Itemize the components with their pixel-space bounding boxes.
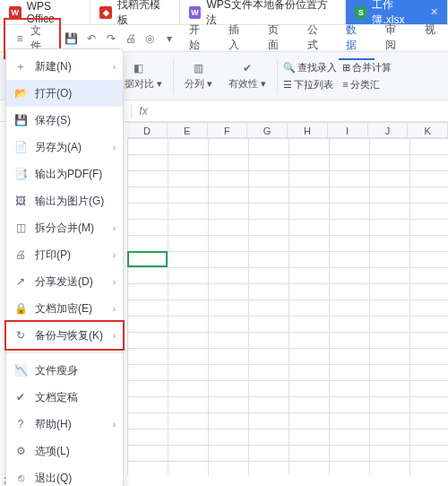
ribbon-tab-formula[interactable]: 公式: [300, 17, 336, 60]
tab-templates[interactable]: ◆ 找稻壳模板: [90, 0, 179, 24]
dropdown-list-label: 下拉列表: [294, 78, 333, 91]
save-quick-icon[interactable]: 💾: [65, 31, 79, 46]
fx-icon[interactable]: fx: [135, 105, 151, 117]
ribbon-tab-page[interactable]: 页面: [261, 17, 297, 60]
file-menu-dropdown: ＋新建(N)›📂打开(O)💾保存(S)📄另存为(A)›📑输出为PDF(F)🖼输出…: [5, 48, 124, 486]
merge-calc-button[interactable]: ⊞合并计算: [342, 61, 392, 74]
file-menu-item[interactable]: ↻备份与恢复(K)›: [6, 322, 123, 349]
separator: [277, 58, 278, 94]
file-menu-item[interactable]: 📉文件瘦身: [6, 357, 123, 384]
col-header[interactable]: K: [408, 123, 448, 137]
ribbon-tab-data[interactable]: 数据: [339, 17, 375, 60]
pdf-icon: 📑: [13, 168, 28, 180]
col-header[interactable]: F: [208, 123, 248, 137]
merge-icon: ⊞: [342, 62, 350, 74]
ribbon-find-col: 🔍查找录入 ☰下拉列表: [283, 61, 337, 91]
menu-item-label: 输出为图片(G): [35, 194, 116, 209]
preview-icon[interactable]: ◎: [142, 31, 157, 46]
more-quick-icon[interactable]: ▾: [162, 31, 177, 46]
chevron-right-icon: ›: [113, 250, 116, 260]
dropdown-icon: ☰: [283, 79, 292, 91]
ribbon-tab-view[interactable]: 视: [418, 17, 443, 60]
category-icon: ≡: [342, 79, 348, 90]
chevron-right-icon: ›: [113, 420, 116, 430]
menu-item-label: 打印(P): [35, 247, 106, 263]
help-icon: ?: [13, 418, 28, 430]
col-header[interactable]: J: [368, 123, 409, 137]
menu-item-label: 新建(N): [35, 59, 106, 74]
file-menu-item[interactable]: ◫拆分合并(M)›: [6, 214, 123, 241]
menu-item-label: 输出为PDF(F): [35, 167, 116, 182]
new-icon: ＋: [13, 59, 28, 74]
menu-item-label: 打开(O): [35, 86, 116, 101]
file-menu-item[interactable]: 🖨打印(P)›: [6, 241, 123, 268]
category-hint-label: 分类汇: [350, 78, 380, 91]
share-icon: ↗: [13, 275, 28, 288]
ribbon-split-group[interactable]: ▥ 分列 ▾: [179, 61, 218, 91]
file-menu-item[interactable]: ⚙选项(L): [6, 438, 123, 464]
ribbon-merge-col: ⊞合并计算 ≡分类汇: [342, 61, 392, 91]
category-hint-button[interactable]: ≡分类汇: [342, 78, 392, 91]
wps-logo-icon: W: [9, 6, 22, 19]
validity-icon: ✔: [240, 61, 254, 75]
saveas-icon: 📄: [13, 141, 28, 153]
file-menu-item[interactable]: ?帮助(H)›: [6, 411, 123, 438]
ribbon-tab-insert[interactable]: 插入: [221, 17, 257, 60]
file-menu-item[interactable]: 🔒文档加密(E)›: [6, 295, 123, 322]
menu-item-label: 分享发送(D): [35, 274, 106, 290]
menu-item-label: 退出(Q): [35, 471, 116, 486]
finalize-icon: ✔: [13, 391, 28, 404]
file-menu-item[interactable]: ↗分享发送(D)›: [6, 268, 123, 295]
save-icon: 💾: [13, 114, 28, 126]
menu-item-label: 文件瘦身: [35, 363, 116, 378]
splitmerge-icon: ◫: [13, 221, 28, 234]
find-input-label: 查找录入: [297, 61, 337, 74]
compare-icon: ◧: [132, 61, 146, 75]
file-menu-item[interactable]: ✔文档定稿: [6, 384, 123, 411]
exit-icon: ⎋: [13, 472, 28, 484]
ribbon-validity-group[interactable]: ✔ 有效性 ▾: [223, 61, 271, 91]
dropdown-list-button[interactable]: ☰下拉列表: [283, 78, 337, 91]
column-headers: D E F G H I J K: [127, 122, 448, 138]
find-input-button[interactable]: 🔍查找录入: [283, 61, 337, 74]
menu-item-label: 选项(L): [35, 444, 116, 459]
ribbon-tab-start[interactable]: 开始: [182, 17, 218, 60]
redo-icon[interactable]: ↷: [104, 31, 118, 46]
file-menu-item[interactable]: 📄另存为(A)›: [6, 134, 123, 161]
separator: [173, 58, 174, 94]
separator: [131, 104, 132, 118]
chevron-right-icon: ›: [113, 331, 116, 341]
menu-item-label: 另存为(A): [35, 140, 106, 155]
split-label: 分列 ▾: [185, 77, 212, 91]
col-header[interactable]: H: [288, 123, 328, 137]
menu-item-label: 备份与恢复(K): [35, 328, 106, 343]
print-quick-icon[interactable]: 🖨: [124, 31, 138, 46]
template-icon: ◆: [99, 6, 112, 19]
col-header[interactable]: G: [247, 123, 288, 137]
encrypt-icon: 🔒: [13, 302, 28, 315]
file-menu-item[interactable]: ＋新建(N)›: [6, 53, 123, 80]
file-menu-item[interactable]: 💾保存(S): [6, 107, 123, 134]
chevron-right-icon: ›: [113, 304, 116, 314]
menu-divider: [6, 352, 123, 353]
menu-item-label: 帮助(H): [35, 417, 106, 432]
tab-label: 找稻壳模板: [117, 0, 170, 28]
col-header[interactable]: D: [127, 123, 168, 137]
options-icon: ⚙: [13, 445, 28, 457]
open-icon: 📂: [13, 87, 28, 100]
col-header[interactable]: E: [168, 123, 208, 137]
find-icon: 🔍: [283, 62, 296, 74]
col-header[interactable]: I: [328, 123, 368, 137]
undo-icon[interactable]: ↶: [84, 31, 99, 46]
chevron-right-icon: ›: [113, 62, 116, 72]
close-icon[interactable]: ✕: [430, 6, 438, 18]
menu-item-label: 文档加密(E): [35, 301, 106, 317]
file-menu-item[interactable]: ⎋退出(Q): [6, 464, 123, 486]
ribbon-tab-review[interactable]: 审阅: [378, 17, 414, 60]
menu-item-label: 拆分合并(M): [35, 221, 106, 236]
file-menu-item[interactable]: 📂打开(O): [6, 80, 123, 107]
grid-body[interactable]: [127, 138, 448, 475]
file-menu-item[interactable]: 🖼输出为图片(G): [6, 187, 123, 214]
file-menu-item[interactable]: 📑输出为PDF(F): [6, 161, 123, 187]
active-cell-cursor[interactable]: [127, 251, 168, 267]
